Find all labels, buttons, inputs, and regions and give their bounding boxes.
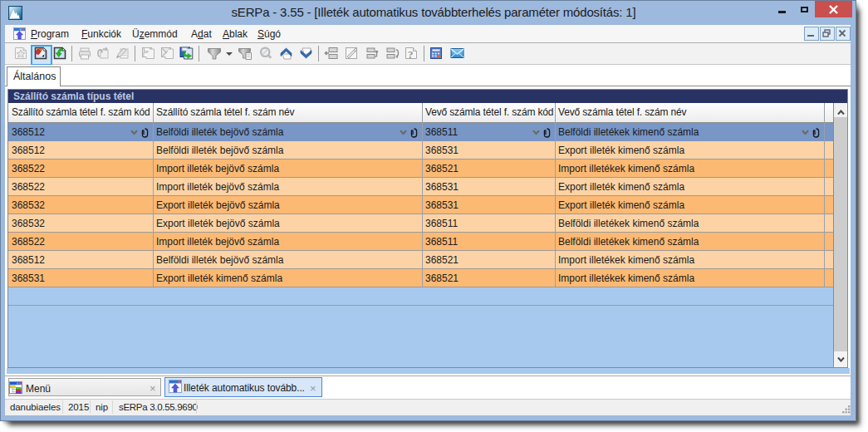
svg-text:?: ?: [408, 48, 414, 61]
